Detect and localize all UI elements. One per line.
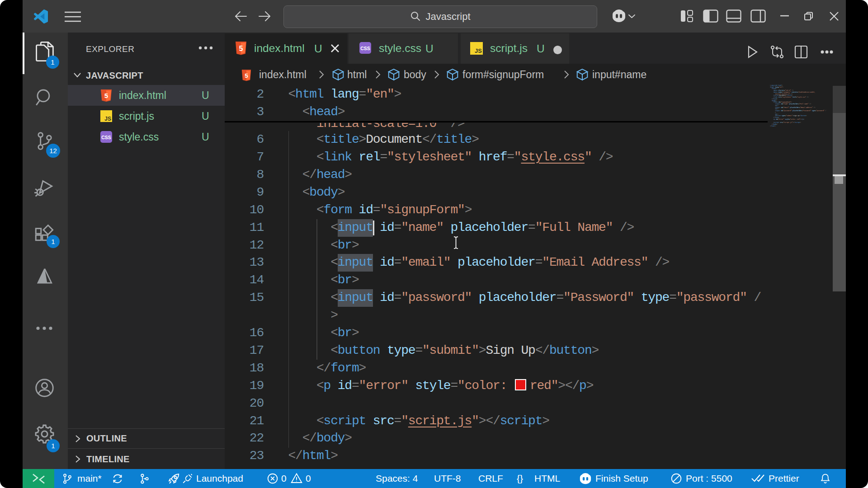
svg-text:5: 5 (245, 72, 248, 79)
svg-text:JS: JS (475, 47, 482, 54)
svg-text:5: 5 (239, 45, 243, 52)
svg-text:5: 5 (104, 92, 108, 99)
svg-text:CSS: CSS (101, 135, 111, 140)
svg-text:JS: JS (104, 116, 111, 122)
svg-text:CSS: CSS (360, 46, 370, 51)
